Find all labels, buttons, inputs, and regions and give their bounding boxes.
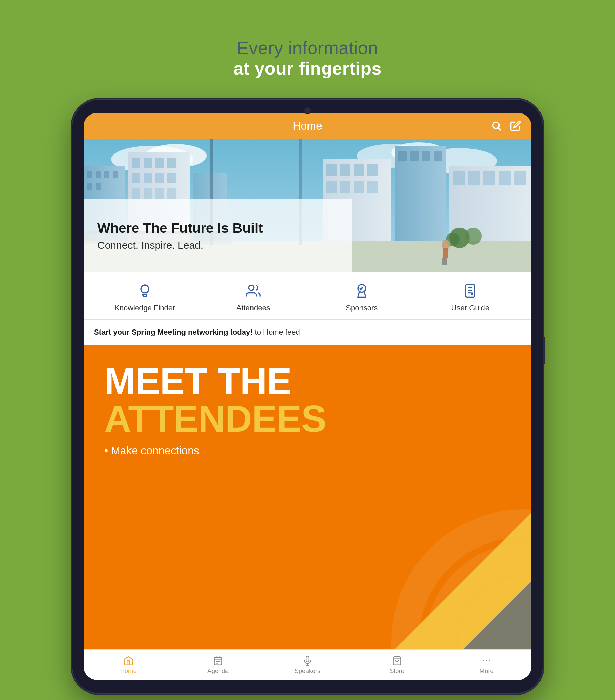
attendees-label: Attendees — [236, 303, 270, 312]
svg-rect-40 — [398, 151, 406, 161]
attendees-icon — [244, 282, 262, 299]
svg-rect-57 — [442, 259, 444, 265]
tablet-screen: Home — [84, 113, 531, 680]
svg-rect-31 — [326, 164, 337, 176]
hero-overlay: Where The Future Is Built Connect. Inspi… — [84, 199, 352, 272]
svg-point-68 — [471, 293, 473, 295]
svg-rect-41 — [410, 151, 418, 161]
svg-rect-64 — [466, 285, 475, 297]
deco-shape — [394, 513, 531, 649]
tagline: Every information at your fingertips — [233, 38, 382, 79]
svg-rect-26 — [143, 188, 152, 199]
svg-rect-37 — [354, 182, 364, 193]
promo-attendees: ATTENDEES — [104, 400, 511, 438]
header-icons — [490, 120, 522, 132]
svg-rect-22 — [143, 173, 152, 183]
svg-rect-25 — [131, 188, 140, 199]
nav-more[interactable]: More — [442, 655, 531, 675]
svg-rect-23 — [155, 173, 164, 183]
svg-rect-24 — [167, 173, 176, 183]
lightbulb-icon — [136, 282, 153, 299]
nav-more-label: More — [479, 667, 493, 675]
networking-banner[interactable]: Start your Spring Meeting networking tod… — [84, 320, 531, 345]
networking-text-suffix: to Home feed — [252, 328, 300, 336]
svg-rect-19 — [155, 158, 164, 168]
nav-speakers[interactable]: Speakers — [263, 655, 352, 675]
edit-icon[interactable] — [510, 120, 522, 132]
svg-rect-21 — [131, 173, 140, 183]
svg-rect-10 — [87, 171, 92, 178]
svg-point-62 — [249, 285, 254, 290]
bottom-nav: Home Agenda — [84, 649, 531, 680]
quick-actions: Knowledge Finder Attendees — [84, 272, 531, 320]
networking-text-prefix: Start your Spring Meeting networking tod… — [94, 328, 252, 336]
nav-store[interactable]: Store — [352, 655, 442, 675]
svg-rect-49 — [514, 171, 526, 185]
svg-rect-42 — [422, 151, 430, 161]
quick-action-knowledge-finder[interactable]: Knowledge Finder — [97, 282, 192, 312]
tablet-frame: Home — [72, 99, 543, 694]
svg-rect-34 — [367, 164, 378, 176]
user-guide-label: User Guide — [451, 303, 489, 312]
svg-rect-73 — [214, 657, 222, 665]
hero-image: Where The Future Is Built Connect. Inspi… — [84, 139, 531, 272]
more-icon — [481, 655, 492, 666]
networking-text: Start your Spring Meeting networking tod… — [94, 328, 300, 336]
svg-rect-27 — [155, 188, 164, 199]
nav-agenda[interactable]: Agenda — [173, 655, 263, 675]
svg-rect-38 — [367, 182, 378, 193]
svg-rect-28 — [167, 188, 176, 199]
svg-rect-33 — [354, 164, 364, 176]
svg-point-83 — [486, 660, 487, 661]
user-guide-icon — [462, 282, 479, 299]
app-header: Home — [84, 113, 531, 139]
svg-rect-47 — [484, 171, 495, 185]
svg-rect-48 — [499, 171, 511, 185]
svg-point-84 — [489, 660, 490, 661]
svg-rect-46 — [468, 171, 480, 185]
quick-action-attendees[interactable]: Attendees — [206, 282, 301, 312]
hero-title: Where The Future Is Built — [97, 220, 339, 236]
promo-bullet: • Make connections — [104, 444, 511, 457]
svg-point-82 — [483, 660, 484, 661]
svg-rect-11 — [96, 171, 101, 178]
nav-home[interactable]: Home — [84, 655, 173, 675]
svg-rect-45 — [453, 171, 465, 185]
nav-store-label: Store — [389, 667, 404, 675]
svg-point-0 — [493, 122, 499, 128]
sponsors-label: Sponsors — [346, 303, 378, 312]
knowledge-finder-label: Knowledge Finder — [114, 303, 175, 312]
nav-speakers-label: Speakers — [294, 667, 321, 675]
svg-rect-56 — [443, 248, 448, 259]
svg-rect-12 — [104, 171, 109, 178]
svg-line-1 — [499, 128, 501, 130]
speakers-icon — [302, 655, 313, 666]
svg-rect-14 — [87, 183, 92, 190]
tagline-line1: Every information — [233, 38, 382, 58]
quick-action-user-guide[interactable]: User Guide — [423, 282, 518, 312]
svg-rect-20 — [167, 158, 176, 168]
svg-rect-18 — [143, 158, 152, 168]
nav-agenda-label: Agenda — [208, 667, 229, 675]
tagline-line2: at your fingertips — [233, 58, 382, 79]
svg-rect-43 — [434, 151, 442, 161]
agenda-icon — [213, 655, 224, 666]
hero-subtitle: Connect. Inspire. Lead. — [97, 240, 339, 251]
svg-point-53 — [465, 228, 482, 245]
sponsors-icon — [353, 282, 371, 299]
search-icon[interactable] — [490, 120, 503, 132]
store-icon — [391, 655, 402, 666]
svg-rect-17 — [131, 158, 140, 168]
svg-rect-36 — [340, 182, 350, 193]
promo-meet-the: MEET THE — [104, 362, 511, 400]
app-header-title: Home — [293, 120, 322, 132]
home-icon — [123, 655, 134, 666]
nav-home-label: Home — [120, 667, 137, 675]
quick-action-sponsors[interactable]: Sponsors — [314, 282, 409, 312]
svg-rect-13 — [113, 171, 118, 178]
promo-section: MEET THE ATTENDEES • Make connections — [84, 345, 531, 649]
svg-rect-15 — [96, 183, 101, 190]
svg-rect-35 — [326, 182, 337, 193]
svg-rect-58 — [445, 259, 447, 265]
svg-rect-32 — [340, 164, 350, 176]
